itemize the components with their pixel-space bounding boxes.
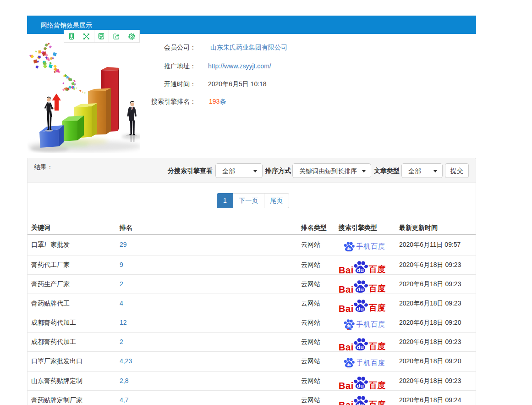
svg-text:du: du — [357, 344, 364, 350]
svg-text:du: du — [357, 287, 364, 292]
svg-text:du: du — [346, 325, 351, 329]
svg-text:du: du — [357, 383, 364, 388]
svg-text:du: du — [357, 402, 364, 405]
svg-text:du: du — [346, 363, 351, 367]
svg-text:du: du — [357, 306, 364, 311]
svg-text:du: du — [346, 247, 351, 251]
svg-text:du: du — [357, 267, 364, 273]
